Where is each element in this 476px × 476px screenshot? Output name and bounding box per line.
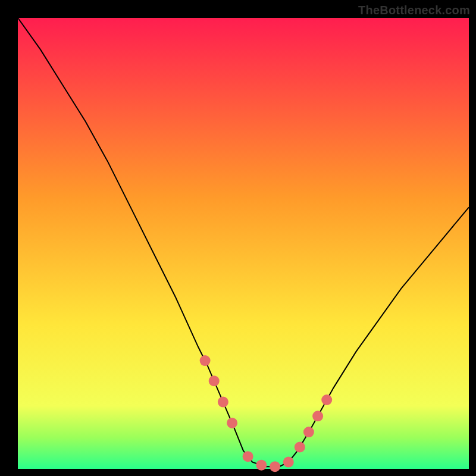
highlight-dot xyxy=(321,394,332,405)
highlight-dot xyxy=(256,460,267,471)
bottleneck-chart xyxy=(0,0,476,476)
chart-stage: TheBottleneck.com xyxy=(0,0,476,476)
plot-background xyxy=(18,18,469,469)
highlight-dot xyxy=(218,397,228,408)
highlight-dot xyxy=(227,418,237,428)
highlight-dot xyxy=(270,461,280,472)
highlight-dot xyxy=(209,375,220,386)
highlight-dot xyxy=(200,355,211,366)
highlight-dot xyxy=(295,441,305,452)
highlight-dot xyxy=(243,451,253,462)
highlight-dot xyxy=(312,411,323,421)
highlight-dot xyxy=(283,457,294,468)
highlight-dot xyxy=(303,427,314,437)
